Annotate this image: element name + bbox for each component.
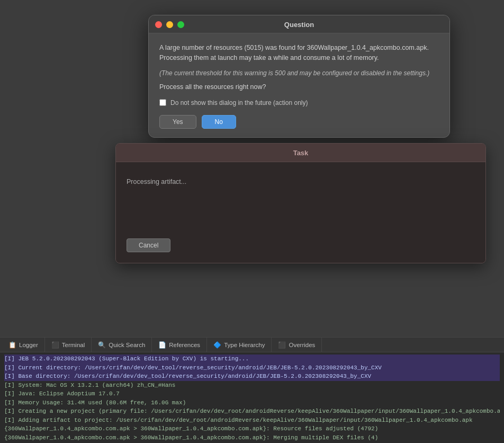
quick-search-icon: 🔍: [98, 341, 106, 349]
type-hierarchy-icon: 🔷: [213, 341, 221, 349]
tab-overrides-label: Overrides: [289, 342, 315, 348]
log-line: [I] Base directory: /Users/crifan/dev/de…: [4, 372, 500, 381]
dialog-message-main: A large number of resources (5015) was f…: [159, 43, 439, 63]
log-line: [I] Java: Eclipse Adoptium 17.0.7: [4, 389, 500, 398]
cancel-button[interactable]: Cancel: [127, 238, 170, 252]
tab-quick-search-label: Quick Search: [109, 342, 145, 348]
tab-terminal-label: Terminal: [62, 342, 85, 348]
log-line: {360Wallpaper_1.0.4_apkcombo.com.apk > 3…: [4, 424, 500, 433]
tab-quick-search[interactable]: 🔍 Quick Search: [92, 338, 152, 352]
yes-button[interactable]: Yes: [159, 115, 196, 129]
log-line: [I] System: Mac OS X 13.2.1 (aarch64) zh…: [4, 381, 500, 390]
log-line: [I] Current directory: /Users/crifan/dev…: [4, 364, 500, 373]
future-dialog-checkbox[interactable]: [159, 99, 166, 106]
tab-bar: 📋 Logger ⬛ Terminal 🔍 Quick Search 📄 Ref…: [0, 338, 504, 352]
logger-icon: 📋: [8, 341, 16, 349]
task-titlebar: Task: [116, 144, 485, 162]
checkbox-row: Do not show this dialog in the future (a…: [159, 99, 439, 107]
minimize-button[interactable]: [166, 21, 173, 28]
tab-references[interactable]: 📄 References: [152, 338, 207, 352]
maximize-button[interactable]: [177, 21, 184, 28]
tab-terminal[interactable]: ⬛ Terminal: [45, 338, 92, 352]
checkbox-label: Do not show this dialog in the future (a…: [170, 99, 308, 107]
terminal-icon: ⬛: [51, 341, 59, 349]
dialog-buttons: Yes No: [159, 115, 439, 129]
tab-type-hierarchy-label: Type Hierarchy: [224, 342, 265, 348]
task-cancel-area: Cancel: [127, 196, 475, 252]
log-line: [I] Adding artifact to project: /Users/c…: [4, 416, 500, 425]
log-line: [I] Creating a new project (primary file…: [4, 407, 500, 416]
bottom-panel: 📋 Logger ⬛ Terminal 🔍 Quick Search 📄 Ref…: [0, 337, 504, 443]
tab-references-label: References: [169, 342, 200, 348]
dialog-question-text: Process all the resources right now?: [159, 83, 439, 91]
task-processing-text: Processing artifact...: [127, 178, 475, 185]
titlebar-buttons: [155, 21, 184, 28]
question-titlebar: Question: [149, 15, 449, 33]
task-body: Processing artifact... Cancel: [116, 162, 485, 263]
question-dialog: Question A large number of resources (50…: [148, 15, 450, 138]
tab-type-hierarchy[interactable]: 🔷 Type Hierarchy: [207, 338, 272, 352]
tab-logger[interactable]: 📋 Logger: [2, 338, 45, 352]
log-line: {360Wallpaper_1.0.4_apkcombo.com.apk > 3…: [4, 433, 500, 442]
log-line: [I] JEB 5.2.0.202308292043 (Super-Black …: [4, 355, 500, 364]
log-line: [I] Memory Usage: 31.4M used (80.6M free…: [4, 398, 500, 407]
question-dialog-title: Question: [284, 21, 314, 29]
task-dialog: Task Processing artifact... Cancel: [115, 143, 486, 263]
overrides-icon: ⬛: [278, 341, 286, 349]
no-button[interactable]: No: [202, 115, 236, 129]
question-dialog-body: A large number of resources (5015) was f…: [149, 33, 449, 137]
references-icon: 📄: [158, 341, 166, 349]
task-dialog-title: Task: [293, 149, 309, 157]
tab-overrides[interactable]: ⬛ Overrides: [272, 338, 322, 352]
tab-logger-label: Logger: [19, 342, 38, 348]
dialog-sub-message: (The current threshold for this warning …: [159, 68, 439, 78]
close-button[interactable]: [155, 21, 162, 28]
console-area: [I] JEB 5.2.0.202308292043 (Super-Black …: [0, 352, 504, 443]
